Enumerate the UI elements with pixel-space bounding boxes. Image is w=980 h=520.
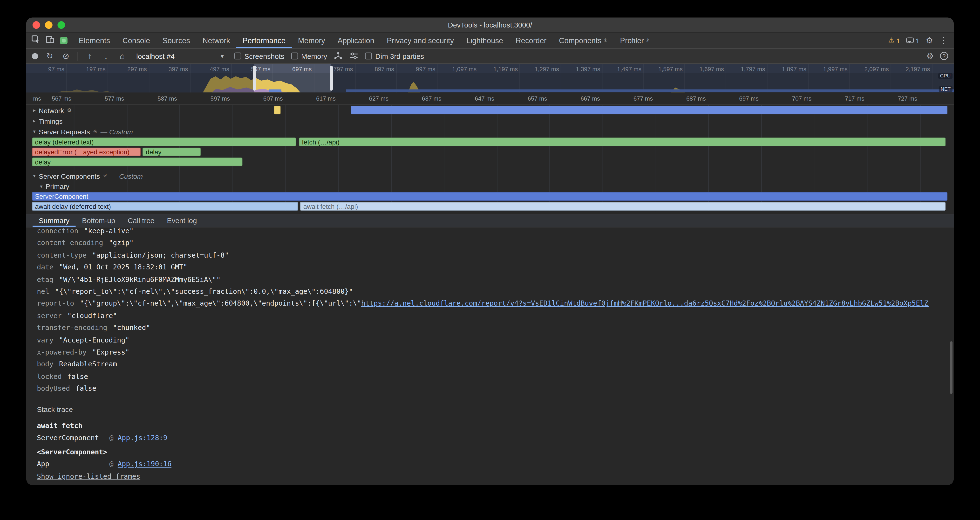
group-name: Server Requests xyxy=(39,128,90,135)
live-metrics-home-icon[interactable]: ⌂ xyxy=(118,52,127,60)
flame-bar[interactable]: delay xyxy=(32,157,242,166)
track-config-icon[interactable]: ✳ xyxy=(103,173,107,179)
track-config-icon[interactable]: ✳ xyxy=(93,129,97,134)
traffic-lights xyxy=(33,21,65,29)
tabbar-right-icons: ⚠ 1 1 ⚙ ⋮ xyxy=(882,33,954,48)
tab-components[interactable]: Components✳ xyxy=(553,33,614,48)
tab-summary[interactable]: Summary xyxy=(33,215,76,227)
kebab-menu-icon[interactable]: ⋮ xyxy=(939,36,947,45)
extension-icon[interactable] xyxy=(60,37,67,44)
flame-bar[interactable]: delay (deferred text) xyxy=(32,137,296,146)
tab-lighthouse[interactable]: Lighthouse xyxy=(460,33,509,48)
selection-handle-right[interactable] xyxy=(330,65,333,91)
window-title: DevTools - localhost:3000/ xyxy=(448,21,532,29)
header-key: report-to xyxy=(37,300,74,308)
tab-privacy-and-security[interactable]: Privacy and security xyxy=(380,33,460,48)
settings-gear-icon[interactable]: ⚙ xyxy=(926,36,933,45)
ruler-tick-label: 647 ms xyxy=(475,95,494,102)
throttling-tune-icon[interactable] xyxy=(350,51,358,61)
report-to-url-link[interactable]: https://a.nel.cloudflare.com/report/v4?s… xyxy=(361,300,929,308)
subgroup-name: Primary xyxy=(46,183,69,190)
stack-frame-header: <ServerComponent> xyxy=(37,446,929,458)
overview-selection-window[interactable] xyxy=(255,64,331,92)
flame-bar[interactable]: await fetch (…/api) xyxy=(300,202,946,211)
ruler-tick-label: 727 ms xyxy=(898,95,917,102)
flame-bar[interactable] xyxy=(274,106,281,114)
flame-bar[interactable]: delay xyxy=(143,148,201,156)
stack-frame: ServerComponent@ App.js:128:9 xyxy=(37,432,929,444)
zoom-button[interactable] xyxy=(57,21,65,29)
collapse-arrow-icon[interactable]: ▸ xyxy=(33,108,35,113)
stack-frame-at: @ xyxy=(110,434,118,442)
save-profile-icon[interactable]: ↓ xyxy=(101,52,111,60)
tab-event-log[interactable]: Event log xyxy=(161,215,203,227)
issues-indicator[interactable]: 1 xyxy=(907,37,920,44)
inspect-element-icon[interactable] xyxy=(31,35,40,46)
tab-profiler[interactable]: Profiler✳ xyxy=(614,33,656,48)
tab-label: Elements xyxy=(79,36,110,45)
flame-bar[interactable] xyxy=(351,106,948,114)
header-key: body xyxy=(37,360,54,369)
stack-frame-source-link[interactable]: App.js:128:9 xyxy=(118,434,167,442)
tab-sources[interactable]: Sources xyxy=(156,33,196,48)
screenshots-checkbox[interactable]: Screenshots xyxy=(234,52,284,60)
tab-elements[interactable]: Elements xyxy=(73,33,116,48)
minimize-button[interactable] xyxy=(45,21,52,29)
history-dropdown[interactable]: localhost #4 ▼ xyxy=(134,51,228,61)
ruler-tick-label: 597 ms xyxy=(210,95,230,102)
ruler-tick-label: 607 ms xyxy=(263,95,283,102)
ruler-tick-label: 707 ms xyxy=(792,95,811,102)
timeline-overview[interactable]: CPU NET 97 ms197 ms297 ms397 ms497 ms597… xyxy=(26,64,954,92)
tab-console[interactable]: Console xyxy=(116,33,156,48)
memory-checkbox[interactable]: Memory xyxy=(291,52,327,60)
stack-frame-source-link[interactable]: App.js:190:16 xyxy=(118,460,172,468)
tab-network[interactable]: Network xyxy=(196,33,236,48)
load-profile-icon[interactable]: ↑ xyxy=(85,52,94,60)
warnings-indicator[interactable]: ⚠ 1 xyxy=(888,36,900,45)
toolbar-separator xyxy=(77,52,78,60)
detail-ruler: ms 567 ms577 ms587 ms597 ms607 ms617 ms6… xyxy=(26,92,954,105)
flame-bar[interactable]: ServerComponent xyxy=(32,192,947,201)
track-name[interactable]: Network xyxy=(39,107,64,114)
summary-divider xyxy=(26,401,954,401)
header-value: "Wed, 01 Oct 2025 18:32:01 GMT" xyxy=(59,263,188,272)
flame-bar[interactable]: await delay (deferred text) xyxy=(32,202,298,211)
capture-settings-gear-icon[interactable]: ⚙ xyxy=(926,52,934,60)
collapse-arrow-icon[interactable]: ▾ xyxy=(40,184,43,189)
flame-bar[interactable]: delayedError (…ayed exception) xyxy=(32,148,141,156)
collapse-arrow-icon[interactable]: ▾ xyxy=(33,173,35,179)
overview-dim-right xyxy=(331,64,954,92)
tab-bottom-up[interactable]: Bottom-up xyxy=(76,215,121,227)
clear-icon[interactable]: ⊘ xyxy=(61,52,71,60)
show-ignore-listed-frames-link[interactable]: Show ignore-listed frames xyxy=(37,472,140,481)
tab-memory[interactable]: Memory xyxy=(292,33,331,48)
track-name[interactable]: Timings xyxy=(39,117,63,125)
dim-3rd-parties-checkbox[interactable]: Dim 3rd parties xyxy=(365,52,424,60)
tab-application[interactable]: Application xyxy=(331,33,380,48)
tab-performance[interactable]: Performance xyxy=(236,33,292,48)
collapse-arrow-icon[interactable]: ▸ xyxy=(33,118,35,124)
record-button[interactable] xyxy=(32,53,38,59)
subgroup-header-primary[interactable]: ▾Primary xyxy=(32,181,947,191)
title-bar: DevTools - localhost:3000/ xyxy=(26,17,954,33)
flame-bar[interactable]: fetch (…/api) xyxy=(299,137,946,146)
header-value: false xyxy=(67,372,88,381)
record-and-reload-icon[interactable]: ↻ xyxy=(45,52,54,60)
tab-recorder[interactable]: Recorder xyxy=(509,33,553,48)
help-icon[interactable]: ? xyxy=(940,52,948,60)
header-row: content-type"application/json; charset=u… xyxy=(37,250,929,261)
performance-toolbar: ↻ ⊘ ↑ ↓ ⌂ localhost #4 ▼ Screenshots Mem… xyxy=(26,49,954,64)
tab-label: Application xyxy=(337,36,374,45)
selection-handle-left[interactable] xyxy=(253,65,256,91)
group-header-server-requests[interactable]: ▾Server Requests✳— Custom xyxy=(32,126,947,137)
collapse-arrow-icon[interactable]: ▾ xyxy=(33,129,35,134)
tab-call-tree[interactable]: Call tree xyxy=(121,215,161,227)
group-header-server-components[interactable]: ▾Server Components✳— Custom xyxy=(32,171,947,181)
track-config-icon[interactable]: ⚙ xyxy=(67,108,72,113)
summary-scrollbar-thumb[interactable] xyxy=(950,341,953,394)
close-button[interactable] xyxy=(33,21,40,29)
flame-chart-area: ▸Network⚙▸Timings▾Server Requests✳— Cust… xyxy=(26,105,954,214)
network-conditions-icon[interactable] xyxy=(334,51,343,61)
device-toolbar-icon[interactable] xyxy=(46,35,54,46)
details-tab-bar: SummaryBottom-upCall treeEvent log xyxy=(26,214,954,227)
